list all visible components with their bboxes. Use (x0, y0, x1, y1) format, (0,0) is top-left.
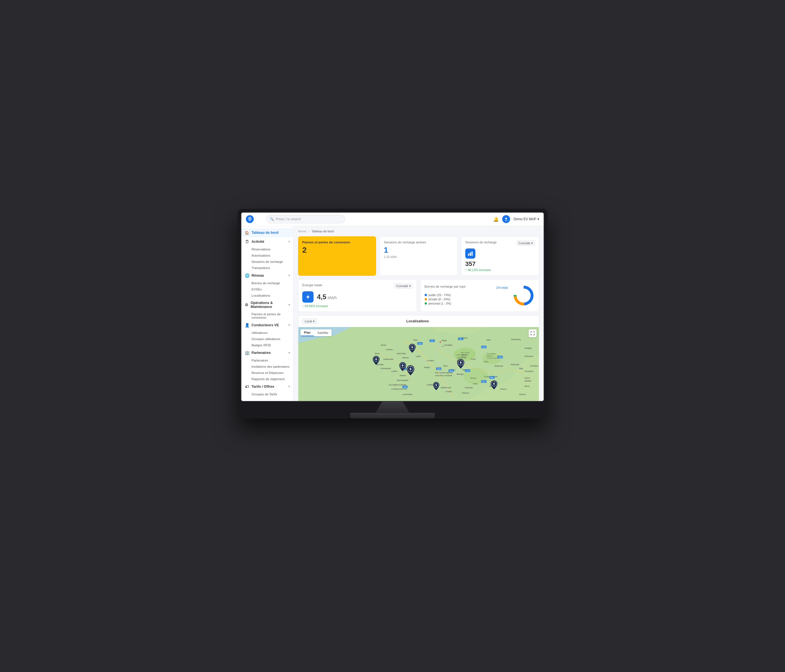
svg-point-9 (518, 289, 530, 302)
tarifs-icon: 🏷 (245, 384, 249, 389)
search-icon: 🔍 (270, 217, 274, 221)
map-toggle: Plan Satellite (300, 330, 332, 336)
content-area: Home > Tableau de bord Pannes et pertes … (294, 226, 544, 401)
user-avatar (502, 215, 510, 223)
stat-card-pannes: Pannes et pertes de connexion 2 (298, 236, 376, 276)
legend-public-dot (425, 294, 427, 296)
svg-text:Saint-Nazaire: Saint-Nazaire (397, 379, 408, 381)
svg-text:Concarneau: Concarneau (381, 367, 391, 369)
search-bar[interactable]: 🔍 Press / to search (266, 215, 345, 223)
sidebar-section-conducteurs[interactable]: 👤 Conducteurs VE ▾ (241, 320, 293, 330)
sidebar-item-groupes-tarifs[interactable]: Groupes de Tarifs (241, 391, 293, 397)
svg-text:Tours: Tours (443, 365, 448, 367)
stat-sessions-total-increase: ↑ 48.13% Increase (465, 268, 535, 272)
stat-card-sessions-actives: Sessions de recharge actives 1 2.25 kWh (380, 236, 458, 276)
breadcrumb: Home > Tableau de bord (298, 230, 539, 233)
energie-title: Énergie totale (302, 283, 322, 287)
energie-increase: ↑ 59.86% Increase (302, 304, 413, 308)
svg-text:Parc naturel: Parc naturel (461, 352, 469, 353)
legend-personal-dot (425, 302, 427, 305)
sidebar-item-invitations[interactable]: Invitations des partenaires (241, 364, 293, 370)
legend-private: private (8 - 24%) (425, 297, 508, 301)
monitor-screen: 🔍 Press / to search 🔔 Demo EV MAP ▾ (241, 212, 544, 402)
svg-point-11 (439, 341, 441, 343)
svg-text:Charolais: Charolais (465, 386, 473, 388)
energie-cumul-badge[interactable]: Cumulati ▾ (394, 283, 413, 289)
sidebar-item-sessions-recharge[interactable]: Sessions de recharge (241, 259, 293, 265)
sidebar-section-tarifs[interactable]: 🏷 Tarifs / Offres ▾ (241, 382, 293, 391)
sidebar-item-utilisateurs[interactable]: Utilisateurs (241, 330, 293, 336)
svg-text:Parc naturel: Parc naturel (487, 353, 496, 355)
map-marker-6[interactable] (433, 382, 439, 391)
svg-text:Caen: Caen (413, 339, 418, 341)
monitor-stand-base (350, 413, 435, 419)
sidebar-item-revenus[interactable]: Revenus et Dépenses (241, 370, 293, 376)
sidebar-item-badges-rfid[interactable]: Badges RFID (241, 342, 293, 348)
donut-left: Bornes de recharge par type (34 total) p… (425, 285, 508, 306)
bornes-donut-card: Bornes de recharge par type (34 total) p… (421, 279, 539, 312)
sidebar-item-autorisations[interactable]: Autorisations (241, 252, 293, 259)
map-marker-5[interactable] (457, 359, 464, 370)
svg-text:Jersey: Jersey (381, 344, 386, 346)
map-marker-1[interactable] (373, 356, 380, 366)
sidebar-item-rapports[interactable]: Rapports de règlement (241, 376, 293, 382)
svg-text:Saint-Malo: Saint-Malo (397, 353, 406, 355)
svg-text:France: France (462, 392, 469, 394)
sidebar-section-operations[interactable]: ⚙ Opérations & Maintenance ▾ (241, 298, 293, 311)
cumul-badge[interactable]: Cumulati ▾ (516, 241, 535, 245)
sidebar-item-evses[interactable]: EVSEs (241, 286, 293, 292)
sidebar-item-pannes[interactable]: Pannes et pertes de connexion (241, 311, 293, 320)
stat-card-sessions-total-header: Sessions de recharge Cumulati ▾ (465, 241, 535, 246)
svg-text:régional du: régional du (461, 354, 469, 355)
sidebar-item-home[interactable]: 🏠 Tableau de bord (241, 228, 293, 237)
map-satellite-button[interactable]: Satellite (314, 330, 332, 336)
sidebar-section-reseau[interactable]: 🌐 Réseau ▾ (241, 271, 293, 280)
chevron-activite-icon: ▾ (288, 240, 290, 243)
sidebar-item-localisations[interactable]: Localisations (241, 292, 293, 298)
sidebar-item-partenaires[interactable]: Partenaires (241, 357, 293, 364)
svg-text:Suisse: Suisse (525, 379, 531, 382)
chevron-down-icon[interactable]: ▾ (538, 217, 539, 221)
reseau-icon: 🌐 (245, 273, 249, 278)
svg-text:Genève: Genève (519, 393, 526, 395)
svg-text:Poitiers: Poitiers (446, 391, 452, 392)
energie-inner: 4,5 MWh (302, 291, 413, 303)
sidebar-item-transactions[interactable]: Transactions (241, 265, 293, 271)
svg-text:A36: A36 (499, 356, 502, 358)
arrow-up-icon: ↑ (465, 268, 467, 272)
svg-text:Les Sables-d'Olonne: Les Sables-d'Olonne (389, 384, 406, 386)
chevron-tarifs-icon: ▾ (288, 385, 290, 388)
map-marker-3[interactable] (407, 365, 414, 377)
breadcrumb-home[interactable]: Home (298, 230, 306, 233)
sidebar-section-partenaires[interactable]: 🏢 Partenaires ▾ (241, 348, 293, 357)
sidebar-item-bornes-recharge[interactable]: Bornes de recharge (241, 280, 293, 286)
svg-text:Loire Anjou Touraine: Loire Anjou Touraine (435, 374, 452, 377)
stat-card-sessions-total: Sessions de recharge Cumulati ▾ (461, 236, 539, 276)
stat-card-sessions-value: 1 (384, 246, 453, 254)
user-name-label: Demo EV MAP ▾ (513, 217, 539, 221)
map-marker-4[interactable] (409, 344, 416, 354)
breadcrumb-current: Tableau de bord (311, 230, 334, 233)
notification-icon[interactable]: 🔔 (493, 217, 499, 222)
svg-text:Paris: Paris (442, 339, 447, 342)
donut-chart (512, 284, 535, 307)
svg-text:Zurich: Zurich (525, 377, 530, 379)
svg-text:régional: régional (487, 355, 493, 357)
sidebar-section-activite[interactable]: 🗒 Activité ▾ (241, 237, 293, 246)
sidebar-item-reservations[interactable]: Réservations (241, 246, 293, 252)
sidebar-item-groupes-util[interactable]: Groupes utilisateurs (241, 336, 293, 342)
svg-text:A10: A10 (450, 370, 453, 372)
stat-card-pannes-value: 2 (302, 246, 372, 254)
legend-public: public (25 - 74%) (425, 293, 508, 297)
logo-icon (246, 215, 254, 223)
chart-icon-box (465, 248, 475, 259)
map-marker-2[interactable] (399, 362, 406, 372)
legend-personal: personal (1 - 3%) (425, 302, 508, 305)
map-plan-button[interactable]: Plan (300, 330, 314, 336)
svg-text:Stuttgart: Stuttgart (525, 347, 532, 349)
map-expand-button[interactable] (529, 330, 536, 337)
map-marker-7[interactable] (491, 380, 497, 391)
stat-sessions-total-value: 357 (465, 261, 535, 267)
svg-text:Brest: Brest (375, 353, 380, 355)
local-badge[interactable]: Local ▾ (302, 318, 317, 324)
